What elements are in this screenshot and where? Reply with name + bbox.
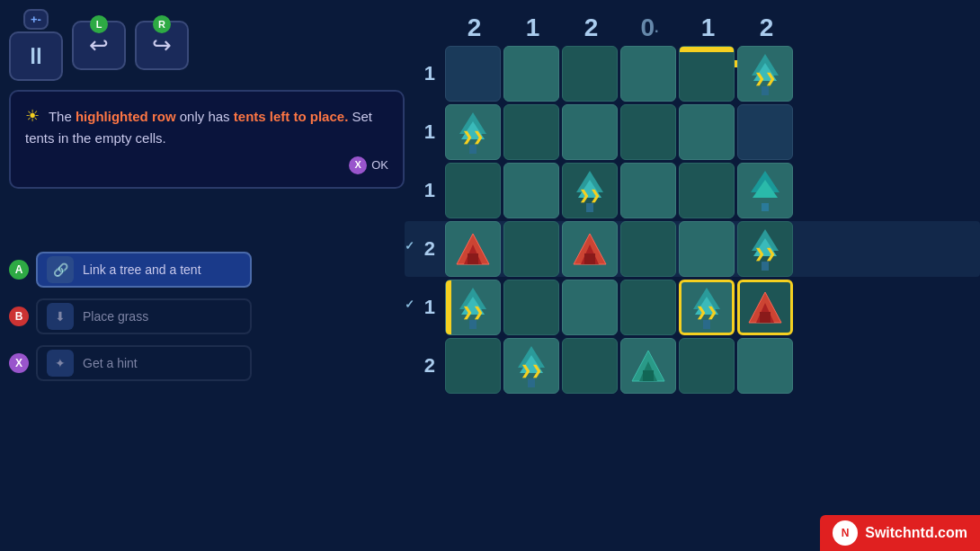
get-hint-button[interactable]: ✦ Get a hint (36, 345, 252, 381)
cell-1-0[interactable]: ❯❯ (445, 104, 501, 160)
grid-row-4: ✓1 ❯❯ ❯❯ (405, 280, 980, 335)
cell-5-3[interactable] (620, 338, 676, 394)
b-badge: B (9, 307, 29, 326)
cell-3-1[interactable] (503, 221, 559, 277)
hint-icon: ✦ (47, 350, 74, 377)
action-hint[interactable]: X ✦ Get a hint (9, 345, 252, 381)
cell-3-2[interactable] (562, 221, 618, 277)
row-num-1: 1 (405, 120, 442, 144)
nintendo-text: Switchntd.com (865, 525, 967, 541)
x-button-icon: X (349, 156, 367, 174)
header: +- ⏸ L ↩ R ↪ (9, 9, 189, 81)
cell-1-2[interactable] (562, 104, 618, 160)
game-grid: 2 1 2 0· 1 2 1 (405, 13, 980, 551)
grass-icon: ⬇ (47, 303, 74, 330)
cell-0-5[interactable]: ❯❯ (737, 46, 793, 102)
col-num-4: 1 (679, 13, 737, 42)
cell-4-5[interactable] (737, 280, 793, 335)
a-badge: A (9, 260, 29, 280)
instruction-box: ☀ The highlighted row only has tents lef… (9, 90, 405, 189)
undo-badge: L (90, 15, 108, 33)
svg-rect-36 (528, 378, 535, 387)
cell-4-0[interactable]: ❯❯ (445, 280, 501, 335)
cell-4-3[interactable] (620, 280, 676, 335)
cell-0-4[interactable] (679, 46, 735, 102)
x-badge: X (9, 353, 29, 373)
col-num-2: 2 (562, 13, 620, 42)
tree-icon-4-0: ❯❯ (454, 284, 492, 331)
cell-4-4[interactable]: ❯❯ (679, 280, 735, 335)
redo-button[interactable]: R ↪ (135, 21, 189, 70)
cell-3-0[interactable] (445, 221, 501, 277)
svg-text:❯❯: ❯❯ (521, 363, 542, 378)
action-grass[interactable]: B ⬇ Place grass (9, 298, 252, 334)
cell-3-4[interactable] (679, 221, 735, 277)
svg-text:N: N (842, 527, 850, 539)
link-label: Link a tree and a tent (83, 262, 201, 277)
row-num-4: ✓1 (405, 296, 442, 319)
svg-rect-25 (469, 320, 477, 329)
cell-4-1[interactable] (503, 280, 559, 335)
svg-rect-0 (762, 86, 769, 95)
cell-5-1[interactable]: ❯❯ (503, 338, 559, 394)
tree-icon-2-5 (749, 169, 781, 212)
cell-1-1[interactable] (503, 104, 559, 160)
col-num-0: 2 (445, 13, 503, 42)
svg-text:❯❯: ❯❯ (754, 246, 776, 262)
grid-row-5: 2 ❯❯ (405, 338, 980, 394)
cell-0-3[interactable] (620, 46, 676, 102)
cell-2-2[interactable]: ❯❯ (562, 163, 618, 218)
cell-2-4[interactable] (679, 163, 735, 218)
sun-icon: ☀ (25, 104, 40, 129)
row-num-3: ✓2 (405, 237, 442, 261)
svg-rect-8 (586, 203, 593, 212)
cell-0-0[interactable] (445, 46, 501, 102)
cell-2-0[interactable] (445, 163, 501, 218)
tent-red-icon-3-0 (455, 232, 491, 266)
svg-text:❯❯: ❯❯ (579, 188, 601, 203)
action-link[interactable]: A 🔗 Link a tree and a tent (9, 252, 252, 288)
cell-0-1[interactable] (503, 46, 559, 102)
cell-5-0[interactable] (445, 338, 501, 394)
plus-minus-button[interactable]: +- (23, 9, 49, 30)
col-num-5: 2 (737, 13, 796, 42)
place-grass-button[interactable]: ⬇ Place grass (36, 298, 252, 334)
cell-1-3[interactable] (620, 104, 676, 160)
cell-0-2[interactable] (562, 46, 618, 102)
cell-4-2[interactable] (562, 280, 618, 335)
cell-2-3[interactable] (620, 163, 676, 218)
cell-1-5[interactable] (737, 104, 793, 160)
svg-rect-42 (643, 370, 654, 381)
svg-rect-35 (760, 312, 771, 323)
svg-rect-21 (762, 262, 769, 271)
svg-text:❯❯: ❯❯ (696, 305, 717, 320)
cell-2-1[interactable] (503, 163, 559, 218)
cell-5-2[interactable] (562, 338, 618, 394)
cell-5-5[interactable] (737, 338, 793, 394)
cell-1-4[interactable] (679, 104, 735, 160)
pause-button[interactable]: ⏸ (9, 31, 63, 81)
actions-panel: A 🔗 Link a tree and a tent B ⬇ Place gra… (9, 252, 252, 381)
col-num-3: 0· (620, 13, 679, 42)
col-num-1: 1 (503, 13, 562, 42)
tent-red-icon-4-5 (747, 290, 783, 324)
cell-3-5[interactable]: ❯❯ (737, 221, 793, 277)
row-num-2: 1 (405, 179, 442, 202)
hint-label: Get a hint (83, 356, 138, 370)
tent-red-icon-3-2 (572, 232, 608, 266)
grid-row-2: 1 ❯❯ (405, 163, 980, 218)
link-tree-tent-button[interactable]: 🔗 Link a tree and a tent (36, 252, 252, 288)
cell-3-3[interactable] (620, 221, 676, 277)
ok-label[interactable]: OK (371, 156, 388, 174)
grid-row-1: 1 ❯❯ (405, 104, 980, 160)
row-num-5: 2 (405, 354, 442, 378)
svg-rect-20 (584, 253, 595, 264)
yellow-left-bar (446, 280, 451, 334)
link-icon: 🔗 (47, 256, 74, 283)
cell-5-4[interactable] (679, 338, 735, 394)
undo-button[interactable]: L ↩ (72, 21, 126, 70)
nintendo-icon: N (835, 523, 855, 543)
grid-row-3: ✓2 (405, 221, 980, 277)
cell-2-5[interactable] (737, 163, 793, 218)
tree-icon-5-1: ❯❯ (512, 342, 550, 389)
